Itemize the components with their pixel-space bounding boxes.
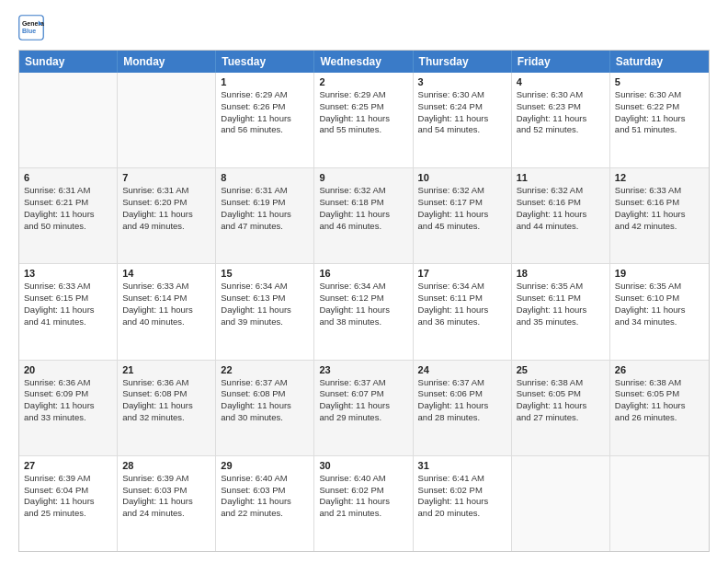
- day-number: 15: [221, 268, 309, 279]
- cell-line: Sunrise: 6:32 AM: [418, 185, 506, 197]
- cell-line: Sunset: 6:16 PM: [517, 197, 605, 209]
- day-cell-23: 23Sunrise: 6:37 AMSunset: 6:07 PMDayligh…: [314, 361, 413, 455]
- cell-line: and 35 minutes.: [517, 316, 605, 328]
- cell-line: Sunset: 6:11 PM: [517, 293, 605, 304]
- day-number: 5: [615, 76, 704, 87]
- day-number: 30: [319, 460, 407, 471]
- cell-line: Daylight: 11 hours: [221, 209, 309, 221]
- cell-line: and 52 minutes.: [517, 124, 605, 136]
- day-number: 10: [418, 172, 506, 183]
- cell-line: Daylight: 11 hours: [24, 209, 112, 221]
- calendar-week-1: 1Sunrise: 6:29 AMSunset: 6:26 PMDaylight…: [19, 73, 709, 167]
- cell-line: Daylight: 11 hours: [122, 209, 210, 221]
- cell-line: and 40 minutes.: [122, 316, 210, 328]
- day-cell-9: 9Sunrise: 6:32 AMSunset: 6:18 PMDaylight…: [314, 168, 413, 263]
- day-number: 25: [517, 364, 605, 375]
- cell-line: Sunset: 6:02 PM: [418, 485, 506, 497]
- cell-line: Sunrise: 6:37 AM: [319, 377, 407, 389]
- day-cell-25: 25Sunrise: 6:38 AMSunset: 6:05 PMDayligh…: [512, 361, 610, 455]
- cell-line: and 26 minutes.: [615, 412, 704, 424]
- cell-line: and 20 minutes.: [418, 508, 506, 520]
- calendar-week-5: 27Sunrise: 6:39 AMSunset: 6:04 PMDayligh…: [19, 455, 709, 551]
- cell-line: and 22 minutes.: [221, 508, 309, 520]
- cell-line: Sunrise: 6:33 AM: [122, 281, 210, 293]
- cell-line: and 49 minutes.: [122, 221, 210, 233]
- day-cell-26: 26Sunrise: 6:38 AMSunset: 6:05 PMDayligh…: [610, 361, 709, 455]
- day-cell-22: 22Sunrise: 6:37 AMSunset: 6:08 PMDayligh…: [216, 361, 314, 455]
- day-number: 23: [319, 364, 407, 375]
- cell-line: Daylight: 11 hours: [221, 304, 309, 316]
- cell-line: Sunrise: 6:40 AM: [221, 473, 309, 485]
- cell-line: Daylight: 11 hours: [319, 400, 407, 412]
- cell-line: Sunset: 6:21 PM: [24, 197, 112, 209]
- day-number: 22: [221, 364, 309, 375]
- cell-line: Sunset: 6:16 PM: [615, 197, 704, 209]
- cell-line: Sunset: 6:10 PM: [615, 293, 704, 304]
- svg-text:Blue: Blue: [22, 28, 36, 34]
- cell-line: and 39 minutes.: [221, 316, 309, 328]
- cell-line: Sunrise: 6:30 AM: [418, 89, 506, 101]
- day-header-monday: Monday: [118, 51, 216, 73]
- cell-line: Sunrise: 6:39 AM: [24, 473, 112, 485]
- day-number: 17: [418, 268, 506, 279]
- empty-cell: [19, 73, 118, 167]
- cell-line: and 29 minutes.: [319, 412, 407, 424]
- cell-line: Sunset: 6:26 PM: [221, 101, 309, 113]
- cell-line: Sunrise: 6:31 AM: [122, 185, 210, 197]
- cell-line: and 46 minutes.: [319, 221, 407, 233]
- cell-line: Daylight: 11 hours: [221, 496, 309, 508]
- day-header-wednesday: Wednesday: [314, 51, 413, 73]
- cell-line: Sunset: 6:04 PM: [24, 485, 112, 497]
- cell-line: and 55 minutes.: [319, 124, 407, 136]
- cell-line: Sunrise: 6:35 AM: [615, 281, 704, 293]
- cell-line: Daylight: 11 hours: [615, 113, 704, 125]
- cell-line: Sunrise: 6:35 AM: [517, 281, 605, 293]
- cell-line: and 34 minutes.: [615, 316, 704, 328]
- cell-line: Sunrise: 6:33 AM: [615, 185, 704, 197]
- day-header-saturday: Saturday: [610, 51, 709, 73]
- cell-line: and 47 minutes.: [221, 221, 309, 233]
- cell-line: Sunrise: 6:31 AM: [221, 185, 309, 197]
- cell-line: and 38 minutes.: [319, 316, 407, 328]
- cell-line: Daylight: 11 hours: [319, 113, 407, 125]
- cell-line: Sunrise: 6:38 AM: [615, 377, 704, 389]
- cell-line: Sunset: 6:14 PM: [122, 293, 210, 304]
- day-cell-20: 20Sunrise: 6:36 AMSunset: 6:09 PMDayligh…: [19, 361, 118, 455]
- calendar: SundayMondayTuesdayWednesdayThursdayFrid…: [18, 50, 710, 552]
- cell-line: Sunset: 6:06 PM: [418, 388, 506, 400]
- cell-line: and 41 minutes.: [24, 316, 112, 328]
- day-header-sunday: Sunday: [19, 51, 118, 73]
- cell-line: Sunset: 6:20 PM: [122, 197, 210, 209]
- logo-icon: General Blue: [18, 15, 44, 40]
- day-header-friday: Friday: [512, 51, 610, 73]
- day-number: 18: [517, 268, 605, 279]
- day-number: 28: [122, 460, 210, 471]
- logo: General Blue: [18, 15, 44, 40]
- day-cell-30: 30Sunrise: 6:40 AMSunset: 6:02 PMDayligh…: [314, 456, 413, 551]
- cell-line: and 42 minutes.: [615, 221, 704, 233]
- cell-line: Daylight: 11 hours: [418, 496, 506, 508]
- day-header-tuesday: Tuesday: [216, 51, 314, 73]
- day-cell-21: 21Sunrise: 6:36 AMSunset: 6:08 PMDayligh…: [118, 361, 216, 455]
- cell-line: and 54 minutes.: [418, 124, 506, 136]
- day-cell-10: 10Sunrise: 6:32 AMSunset: 6:17 PMDayligh…: [414, 168, 512, 263]
- cell-line: Daylight: 11 hours: [517, 209, 605, 221]
- cell-line: Daylight: 11 hours: [24, 496, 112, 508]
- empty-cell: [512, 456, 610, 551]
- day-number: 7: [122, 172, 210, 183]
- cell-line: Daylight: 11 hours: [319, 209, 407, 221]
- cell-line: Sunrise: 6:32 AM: [319, 185, 407, 197]
- cell-line: Sunrise: 6:39 AM: [122, 473, 210, 485]
- day-cell-24: 24Sunrise: 6:37 AMSunset: 6:06 PMDayligh…: [414, 361, 512, 455]
- cell-line: Sunset: 6:03 PM: [122, 485, 210, 497]
- cell-line: Sunrise: 6:34 AM: [418, 281, 506, 293]
- cell-line: Daylight: 11 hours: [418, 304, 506, 316]
- day-cell-31: 31Sunrise: 6:41 AMSunset: 6:02 PMDayligh…: [414, 456, 512, 551]
- day-cell-1: 1Sunrise: 6:29 AMSunset: 6:26 PMDaylight…: [216, 73, 314, 167]
- day-number: 6: [24, 172, 112, 183]
- cell-line: Daylight: 11 hours: [24, 400, 112, 412]
- cell-line: Sunset: 6:05 PM: [615, 388, 704, 400]
- cell-line: Sunrise: 6:30 AM: [517, 89, 605, 101]
- cell-line: Daylight: 11 hours: [517, 113, 605, 125]
- cell-line: and 27 minutes.: [517, 412, 605, 424]
